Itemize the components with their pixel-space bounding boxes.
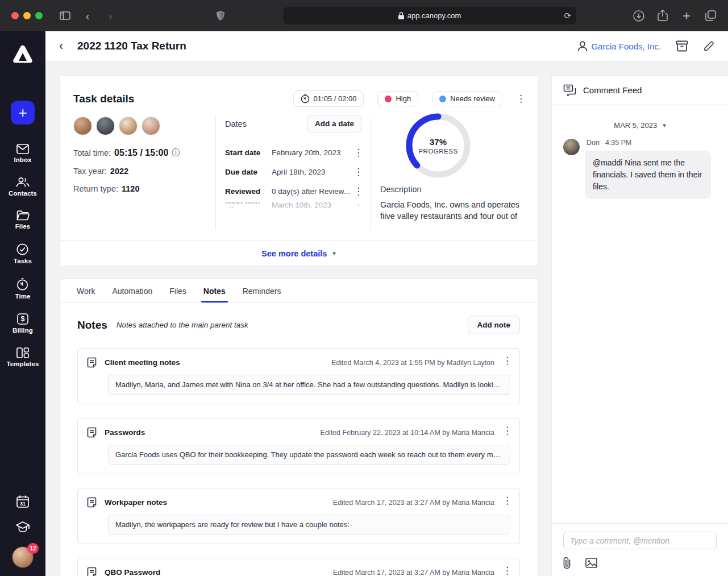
task-kebab-menu-icon[interactable]: ⋮ [516,96,524,101]
browser-forward-button[interactable]: › [102,7,119,24]
status-label: Needs review [450,94,495,103]
sidebar-item-templates[interactable]: Templates [7,347,39,367]
see-more-label: See more details [261,249,327,258]
status-chip[interactable]: Needs review [432,91,502,106]
note-kebab-menu-icon[interactable]: ⋮ [502,358,510,363]
note-body[interactable]: Madilyn, the workpapers are ready for re… [108,515,510,534]
window-controls[interactable] [11,12,43,19]
add-date-button[interactable]: Add a date [307,115,361,132]
tasks-check-circle-icon [16,243,28,255]
note-kebab-menu-icon[interactable]: ⋮ [502,568,510,573]
note-title: Client meeting notes [105,358,180,367]
see-more-details[interactable]: See more details ▾ [60,241,538,266]
client-link[interactable]: Garcia Foods, Inc. [577,41,661,52]
app-sidebar: + Inbox Contacts Files Tasks Time [0,31,45,576]
info-icon[interactable]: ⓘ [172,148,180,158]
total-time-value: 05:15 / 15:00 [114,148,168,158]
files-folder-icon [16,210,30,221]
sidebar-item-files[interactable]: Files [15,210,31,230]
address-bar[interactable]: app.canopy.com ⟳ [283,7,576,24]
maximize-window-button[interactable] [35,12,43,19]
task-tabs-card: Work Automation Files Notes Reminders No… [59,279,538,576]
tax-year-label: Tax year: [73,167,107,176]
note-kebab-menu-icon[interactable]: ⋮ [502,428,510,433]
note-kebab-menu-icon[interactable]: ⋮ [502,498,510,503]
lock-icon [398,12,404,19]
note-title: Workpaper notes [105,498,167,507]
note-body[interactable]: Garcia Foods uses QBO for their bookkeep… [108,445,510,465]
close-window-button[interactable] [11,12,19,19]
note-card: QBO Password Edited March 17, 2023 at 3:… [77,558,520,576]
date-row-start: Start date February 20th, 2023 ⋮ [225,148,361,157]
billing-dollar-icon: $ [17,313,28,325]
url-text: app.canopy.com [407,11,461,20]
timer-chip[interactable]: 01:05 / 02:00 [293,90,364,107]
share-icon[interactable] [654,7,671,24]
avatar [96,117,115,135]
note-meta: Edited February 22, 2023 at 10:14 AM by … [321,429,494,437]
priority-chip[interactable]: High [377,91,418,106]
date-value: 0 day(s) after Review... [272,187,351,196]
progress-percent: 37% [430,137,447,147]
total-time-label: Total time: [73,148,111,158]
calendar-icon[interactable]: 31 [16,495,30,508]
sidebar-item-inbox[interactable]: Inbox [14,144,31,163]
global-add-button[interactable]: + [11,101,35,125]
tab-notes[interactable]: Notes [202,280,227,302]
attachment-paperclip-icon[interactable] [563,557,571,569]
note-icon [87,497,97,508]
comment-item: Don 4:35 PM @maddi Nina sent me the fina… [552,130,728,199]
shield-icon[interactable] [212,7,229,24]
date-row-clipped: Meet with client March 10th, 2023 ⋮ [225,202,361,208]
notification-badge: 12 [27,543,39,554]
tab-files[interactable]: Files [168,280,188,302]
date-row-due: Due date April 18th, 2023 ⋮ [225,168,361,176]
note-card: Workpaper notes Edited March 17, 2023 at… [77,488,520,544]
browser-back-button[interactable]: ‹ [79,7,96,24]
progress-ring: 37% PROGRESS [404,111,472,180]
task-details-title: Task details [73,93,134,105]
browser-toolbar: ‹ › app.canopy.com ⟳ + [0,0,728,31]
sidebar-item-tasks[interactable]: Tasks [14,243,32,264]
task-details-card: Task details 01:05 / 02:00 High Needs re… [59,75,538,266]
date-value: March 10th, 2023 [272,202,351,208]
sidebar-toggle-icon[interactable] [56,7,73,24]
sidebar-item-billing[interactable]: $ Billing [13,313,33,334]
note-body[interactable]: Madilyn, Maria, and James met with Nina … [108,375,510,395]
date-kebab-menu-icon[interactable]: ⋮ [353,150,361,155]
insert-image-icon[interactable] [585,558,597,568]
minimize-window-button[interactable] [23,12,31,19]
date-kebab-menu-icon[interactable]: ⋮ [353,169,361,175]
reload-icon[interactable]: ⟳ [564,11,571,21]
dates-title: Dates [225,119,247,129]
chevron-down-icon: ▾ [332,250,336,257]
date-kebab-menu-icon[interactable]: ⋮ [353,189,361,194]
note-icon [87,567,97,576]
assignee-avatars[interactable] [73,117,215,135]
tab-automation[interactable]: Automation [111,280,153,302]
comment-author: Don [586,139,600,147]
tab-reminders[interactable]: Reminders [242,280,282,302]
date-label: Due date [225,168,272,176]
return-type-row: Return type: 1120 [73,184,215,193]
back-button[interactable]: ‹ [59,40,73,52]
canopy-logo-icon[interactable] [13,45,33,63]
user-avatar[interactable]: 12 [12,546,34,568]
tab-overview-icon[interactable] [702,7,719,24]
comment-date-divider[interactable]: MAR 5, 2023 ▾ [552,121,728,130]
tab-work[interactable]: Work [76,280,96,302]
downloads-icon[interactable] [630,7,647,24]
sidebar-item-time[interactable]: Time [15,278,30,300]
sidebar-item-contacts[interactable]: Contacts [9,177,37,197]
training-graduation-cap-icon[interactable] [15,521,30,534]
comment-input[interactable] [563,532,717,549]
description-title: Description [380,185,524,194]
comment-feed-panel: Comment Feed MAR 5, 2023 ▾ Don 4:35 PM @… [551,75,728,576]
comment-feed-title: Comment Feed [583,85,642,95]
new-tab-icon[interactable]: + [678,7,695,24]
add-note-button[interactable]: Add note [468,316,521,334]
edit-pencil-icon[interactable] [703,40,714,52]
tax-year-row: Tax year: 2022 [73,167,215,176]
archive-icon[interactable] [676,40,688,52]
avatar [73,117,92,135]
